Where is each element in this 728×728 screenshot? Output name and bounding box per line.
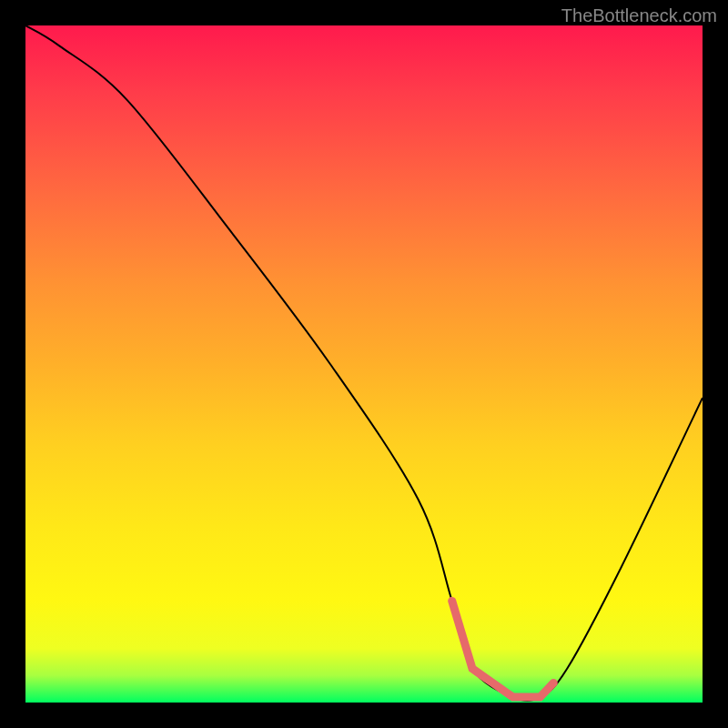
bottleneck-curve-line [25,25,703,701]
chart-container: TheBottleneck.com [0,0,728,728]
plot-area [25,25,703,703]
watermark-text: TheBottleneck.com [561,5,717,26]
chart-svg [25,25,703,703]
highlight-segment [452,601,554,697]
